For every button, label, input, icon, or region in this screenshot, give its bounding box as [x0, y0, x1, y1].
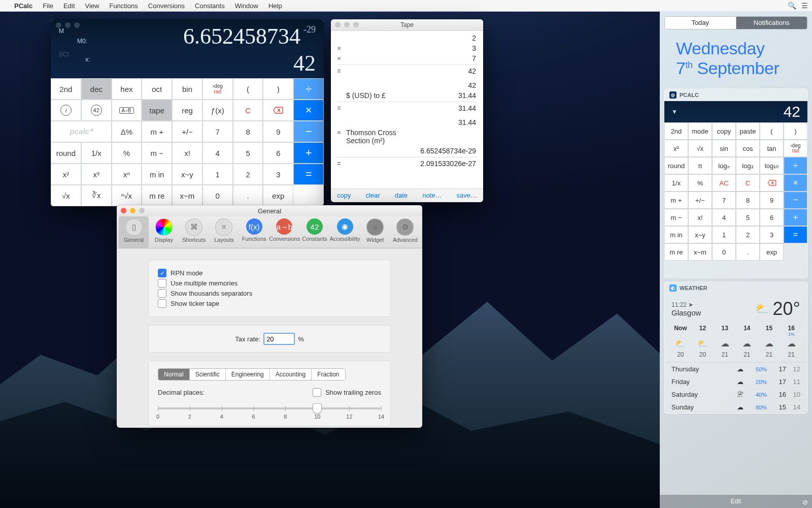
- prefs-tab-conversions[interactable]: a→bConversions: [269, 216, 299, 248]
- prefs-tab-shortcuts[interactable]: ⌘Shortcuts: [179, 216, 209, 248]
- trailing-zeros-checkbox[interactable]: [313, 388, 321, 397]
- menu-conversions[interactable]: Conversions: [143, 2, 190, 10]
- wkey-[interactable]: %: [688, 174, 712, 192]
- wkey-exp[interactable]: exp: [760, 243, 784, 261]
- mode-normal[interactable]: Normal: [158, 369, 190, 380]
- tape-copy[interactable]: copy: [337, 192, 351, 199]
- key-reg[interactable]: reg: [172, 100, 202, 121]
- prefs-tab-display[interactable]: Display: [149, 216, 179, 248]
- key-42[interactable]: 42: [81, 100, 112, 121]
- wkey-[interactable]: [760, 174, 784, 192]
- prefs-tab-widget[interactable]: ≡Widget: [360, 216, 390, 248]
- key-x[interactable]: x²: [51, 164, 81, 185]
- checkbox[interactable]: [158, 289, 166, 298]
- wkey-copy[interactable]: copy: [712, 122, 736, 140]
- key-xy[interactable]: x~y: [172, 164, 202, 185]
- key-pcalc[interactable]: pcalc⁴: [51, 121, 112, 142]
- menu-help[interactable]: Help: [263, 2, 287, 10]
- tape-clear[interactable]: clear: [366, 192, 380, 199]
- chevron-down-icon[interactable]: ▼: [671, 108, 678, 115]
- key-min[interactable]: m in: [142, 164, 172, 185]
- key-1[interactable]: 1: [202, 164, 233, 185]
- wkey-0[interactable]: 0: [712, 243, 736, 261]
- wkey-c[interactable]: C: [736, 174, 760, 192]
- nc-edit-button[interactable]: Edit: [660, 495, 812, 508]
- wkey-1x[interactable]: 1/x: [664, 174, 688, 192]
- key-m[interactable]: m +: [142, 121, 172, 142]
- wkey-paste[interactable]: paste: [736, 122, 760, 140]
- prefs-tab-layouts[interactable]: ⌗Layouts: [209, 216, 239, 248]
- wkey-[interactable]: +/−: [688, 192, 712, 209]
- wkey-1[interactable]: 1: [712, 226, 736, 243]
- wkey-mode[interactable]: mode: [688, 122, 712, 140]
- mode-scientific[interactable]: Scientific: [190, 369, 226, 380]
- menu-edit[interactable]: Edit: [58, 2, 80, 10]
- wkey-[interactable]: π: [688, 157, 712, 174]
- key-2nd[interactable]: 2nd: [51, 78, 81, 100]
- wkey-xm[interactable]: x~m: [688, 243, 712, 261]
- key-dec[interactable]: dec: [81, 78, 112, 100]
- tape-note[interactable]: note…: [422, 192, 442, 199]
- key-2[interactable]: 2: [233, 164, 263, 185]
- key-[interactable]: Δ%: [112, 121, 142, 142]
- key-c[interactable]: C: [233, 100, 263, 121]
- key-6[interactable]: 6: [263, 142, 293, 164]
- key-x[interactable]: x³: [81, 164, 112, 185]
- prefs-tab-functions[interactable]: f(x)Functions: [239, 216, 269, 248]
- key-1x[interactable]: 1/x: [81, 142, 112, 164]
- key-0[interactable]: 0: [202, 185, 233, 206]
- key-bin[interactable]: bin: [172, 78, 202, 100]
- key-x[interactable]: ∛x: [81, 185, 112, 206]
- key-4[interactable]: 4: [202, 142, 233, 164]
- wkey-[interactable]: ): [784, 122, 807, 140]
- key-[interactable]: ): [263, 78, 293, 100]
- wkey-xy[interactable]: x~y: [688, 226, 712, 243]
- prefs-tab-general[interactable]: ▯General: [119, 216, 149, 248]
- prefs-tab-constants[interactable]: 42Constants: [299, 216, 329, 248]
- key-x[interactable]: xⁿ: [112, 164, 142, 185]
- checkbox[interactable]: [158, 279, 166, 288]
- mode-fraction[interactable]: Fraction: [312, 369, 345, 380]
- wkey-[interactable]: −: [784, 192, 807, 209]
- key-[interactable]: −: [293, 121, 324, 142]
- decimal-slider[interactable]: 02468101214: [158, 403, 381, 419]
- tape-date[interactable]: date: [395, 192, 408, 199]
- key-[interactable]: +: [293, 142, 324, 164]
- wkey-m[interactable]: m +: [664, 192, 688, 209]
- key-[interactable]: =: [293, 164, 324, 185]
- key-tape[interactable]: tape: [142, 100, 172, 121]
- prefs-tab-accessibility[interactable]: ◉Accessibility: [330, 216, 360, 248]
- menu-app[interactable]: PCalc: [9, 2, 38, 10]
- key-oct[interactable]: oct: [142, 78, 172, 100]
- key-x[interactable]: ⁿ√x: [112, 185, 142, 206]
- wkey-degrad[interactable]: ›degrad: [784, 140, 807, 157]
- key-mre[interactable]: m re: [142, 185, 172, 206]
- wkey-round[interactable]: round: [664, 157, 688, 174]
- wkey-[interactable]: ÷: [784, 157, 807, 174]
- wkey-7[interactable]: 7: [712, 192, 736, 209]
- key-degrad[interactable]: ›degrad: [202, 78, 233, 100]
- key-[interactable]: %: [112, 142, 142, 164]
- key-[interactable]: ÷: [293, 78, 324, 100]
- wkey-3[interactable]: 3: [760, 226, 784, 243]
- window-controls[interactable]: [335, 22, 359, 27]
- key-7[interactable]: 7: [202, 121, 233, 142]
- menu-file[interactable]: File: [38, 2, 58, 10]
- wkey-log[interactable]: logₑ: [712, 157, 736, 174]
- spotlight-icon[interactable]: 🔍: [788, 2, 796, 10]
- wkey-[interactable]: =: [784, 226, 807, 243]
- prefs-tab-advanced[interactable]: ⚙Advanced: [390, 216, 420, 248]
- checkbox[interactable]: ✓: [158, 269, 166, 277]
- wkey-[interactable]: .: [736, 243, 760, 261]
- wkey-8[interactable]: 8: [736, 192, 760, 209]
- wkey-min[interactable]: m in: [664, 226, 688, 243]
- wkey-[interactable]: +: [784, 209, 807, 226]
- wkey-tan[interactable]: tan: [760, 140, 784, 157]
- menu-view[interactable]: View: [80, 2, 105, 10]
- key-[interactable]: (: [233, 78, 263, 100]
- key-m[interactable]: m −: [142, 142, 172, 164]
- wkey-9[interactable]: 9: [760, 192, 784, 209]
- key-hex[interactable]: hex: [112, 78, 142, 100]
- wkey-x[interactable]: x!: [688, 209, 712, 226]
- key-8[interactable]: 8: [233, 121, 263, 142]
